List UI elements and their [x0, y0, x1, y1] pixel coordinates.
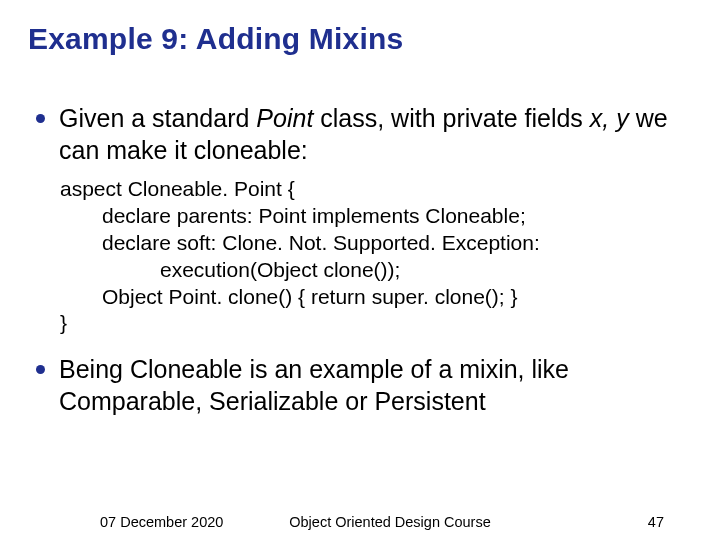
slide: Example 9: Adding Mixins Given a standar…	[0, 0, 720, 540]
code-line: Object Point. clone() { return super. cl…	[60, 284, 692, 311]
code-line: execution(Object clone());	[60, 257, 692, 284]
bullet-item-1: Given a standard Point class, with priva…	[36, 102, 692, 166]
code-line: aspect Cloneable. Point {	[60, 176, 692, 203]
bullet-text-2: Being Cloneable is an example of a mixin…	[59, 353, 692, 417]
footer-page-number: 47	[648, 514, 664, 530]
slide-title: Example 9: Adding Mixins	[28, 22, 692, 56]
bullet-icon	[36, 365, 45, 374]
bullet-item-2: Being Cloneable is an example of a mixin…	[36, 353, 692, 417]
code-line: declare soft: Clone. Not. Supported. Exc…	[60, 230, 692, 257]
code-line: }	[60, 310, 692, 337]
bullet-text-1: Given a standard Point class, with priva…	[59, 102, 692, 166]
bullet-icon	[36, 114, 45, 123]
footer-course: Object Oriented Design Course	[0, 514, 720, 530]
code-block: aspect Cloneable. Point { declare parent…	[60, 176, 692, 337]
code-line: declare parents: Point implements Clonea…	[60, 203, 692, 230]
